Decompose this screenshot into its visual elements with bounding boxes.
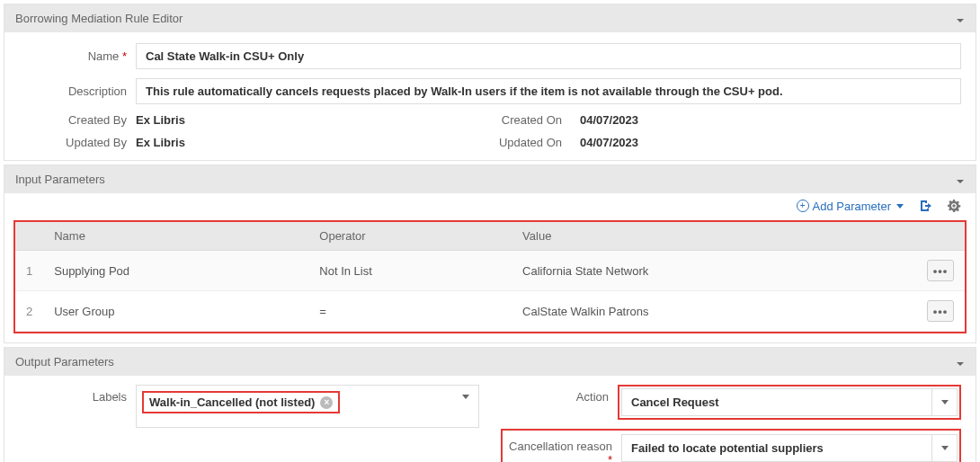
- created-on-value: 04/07/2023: [580, 113, 638, 127]
- row-name: User Group: [43, 291, 308, 332]
- input-params-panel: Input Parameters + Add Parameter: [4, 164, 976, 343]
- caret-down-icon: [931, 435, 957, 461]
- cancel-reason-select[interactable]: Failed to locate potential suppliers: [621, 434, 958, 462]
- input-params-body: + Add Parameter Name Operator Value: [4, 193, 976, 342]
- add-parameter-button[interactable]: + Add Parameter: [797, 200, 904, 213]
- cancel-reason-value: Failed to locate potential suppliers: [631, 441, 824, 455]
- col-actions: [916, 222, 965, 251]
- input-params-header[interactable]: Input Parameters: [4, 165, 976, 193]
- gear-icon[interactable]: [947, 199, 961, 213]
- row-value: CalState Walkin Patrons: [512, 291, 916, 332]
- created-on-label: Created On: [490, 113, 580, 127]
- name-label: Name: [19, 49, 136, 63]
- chevron-down-icon: [956, 358, 965, 367]
- action-select[interactable]: Cancel Request: [621, 388, 958, 416]
- row-operator: =: [308, 291, 512, 332]
- col-name: Name: [43, 222, 308, 251]
- output-params-panel: Output Parameters Labels Walk-in_Cancell…: [4, 347, 976, 462]
- input-params-highlight: Name Operator Value 1 Supplying Pod Not …: [13, 220, 967, 333]
- input-params-title: Input Parameters: [15, 173, 105, 186]
- row-operator: Not In List: [308, 251, 512, 291]
- labels-multiselect[interactable]: Walk-in_Cancelled (not listed) ×: [136, 385, 479, 428]
- row-name: Supplying Pod: [43, 251, 308, 291]
- created-by-label: Created By: [19, 113, 136, 127]
- col-operator: Operator: [308, 222, 512, 251]
- updated-on-value: 04/07/2023: [580, 136, 638, 149]
- chevron-down-icon: [956, 175, 965, 184]
- editor-panel-header[interactable]: Borrowing Mediation Rule Editor: [4, 4, 976, 32]
- row-idx: 2: [15, 291, 43, 332]
- updated-on-label: Updated On: [490, 136, 580, 149]
- col-value: Value: [512, 222, 916, 251]
- row-value: California State Network: [512, 251, 916, 291]
- plus-circle-icon: +: [797, 200, 809, 212]
- cancellation-highlight: Cancellation reason Failed to locate pot…: [501, 429, 961, 462]
- input-params-table: Name Operator Value 1 Supplying Pod Not …: [15, 222, 965, 332]
- editor-panel: Borrowing Mediation Rule Editor Name Des…: [4, 4, 976, 161]
- labels-chip: Walk-in_Cancelled (not listed) ×: [142, 391, 340, 413]
- export-icon[interactable]: [918, 199, 932, 213]
- editor-panel-title: Borrowing Mediation Rule Editor: [15, 12, 183, 25]
- labels-label: Labels: [19, 385, 136, 404]
- updated-by-value: Ex Libris: [136, 136, 185, 149]
- row-actions-button[interactable]: •••: [927, 300, 954, 322]
- row-actions-button[interactable]: •••: [927, 260, 954, 281]
- description-input[interactable]: [136, 78, 961, 104]
- output-params-body: Labels Walk-in_Cancelled (not listed) × …: [4, 376, 976, 462]
- action-highlight: Cancel Request: [618, 385, 961, 420]
- caret-down-icon: [462, 395, 469, 399]
- created-by-value: Ex Libris: [136, 113, 185, 127]
- table-row[interactable]: 1 Supplying Pod Not In List California S…: [15, 251, 965, 291]
- description-label: Description: [19, 84, 136, 98]
- row-idx: 1: [15, 251, 43, 291]
- labels-chip-text: Walk-in_Cancelled (not listed): [149, 395, 315, 409]
- output-params-header[interactable]: Output Parameters: [4, 348, 976, 376]
- action-label: Action: [501, 385, 618, 404]
- close-icon[interactable]: ×: [320, 396, 333, 409]
- name-input[interactable]: [136, 43, 961, 69]
- table-row[interactable]: 2 User Group = CalState Walkin Patrons •…: [15, 291, 965, 332]
- col-idx: [15, 222, 43, 251]
- caret-down-icon: [931, 389, 957, 415]
- cancel-reason-label: Cancellation reason: [504, 434, 621, 462]
- input-params-toolbar: + Add Parameter: [4, 193, 976, 220]
- caret-down-icon: [896, 204, 904, 209]
- updated-by-label: Updated By: [19, 136, 136, 149]
- chevron-down-icon: [956, 14, 965, 23]
- add-parameter-label: Add Parameter: [813, 200, 891, 213]
- action-value: Cancel Request: [631, 395, 719, 409]
- output-params-title: Output Parameters: [15, 355, 114, 369]
- editor-panel-body: Name Description Created By Ex Libris Cr…: [4, 32, 976, 160]
